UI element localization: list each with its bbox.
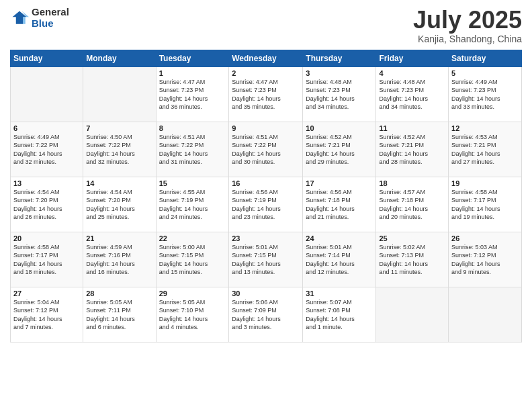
weekday-wednesday: Wednesday bbox=[229, 50, 303, 66]
calendar-cell bbox=[376, 287, 449, 342]
calendar-cell: 4Sunrise: 4:48 AMSunset: 7:23 PMDaylight… bbox=[376, 66, 449, 122]
day-number: 14 bbox=[86, 179, 152, 187]
calendar-cell: 31Sunrise: 5:07 AMSunset: 7:08 PMDayligh… bbox=[303, 287, 376, 342]
calendar-cell: 26Sunrise: 5:03 AMSunset: 7:12 PMDayligh… bbox=[449, 232, 522, 287]
weekday-sunday: Sunday bbox=[11, 50, 83, 66]
day-number: 5 bbox=[451, 69, 519, 77]
cell-content: Sunrise: 4:50 AMSunset: 7:22 PMDaylight:… bbox=[86, 133, 152, 167]
logo: General Blue bbox=[10, 7, 69, 29]
cell-content: Sunrise: 5:04 AMSunset: 7:12 PMDaylight:… bbox=[13, 298, 80, 332]
cell-content: Sunrise: 4:58 AMSunset: 7:17 PMDaylight:… bbox=[451, 188, 519, 222]
calendar-cell bbox=[83, 66, 156, 122]
calendar-cell: 6Sunrise: 4:49 AMSunset: 7:22 PMDaylight… bbox=[11, 122, 83, 177]
calendar-cell: 29Sunrise: 5:05 AMSunset: 7:10 PMDayligh… bbox=[156, 287, 229, 342]
header: General Blue July 2025 Kanjia, Shandong,… bbox=[10, 7, 522, 44]
calendar-cell: 18Sunrise: 4:57 AMSunset: 7:18 PMDayligh… bbox=[376, 177, 449, 232]
week-row-1: 1Sunrise: 4:47 AMSunset: 7:23 PMDaylight… bbox=[11, 66, 522, 122]
cell-content: Sunrise: 5:03 AMSunset: 7:12 PMDaylight:… bbox=[451, 243, 519, 277]
calendar-header: SundayMondayTuesdayWednesdayThursdayFrid… bbox=[11, 50, 522, 66]
month-title: July 2025 bbox=[413, 7, 522, 34]
day-number: 12 bbox=[451, 124, 519, 132]
calendar-cell: 1Sunrise: 4:47 AMSunset: 7:23 PMDaylight… bbox=[156, 66, 229, 122]
calendar-cell: 22Sunrise: 5:00 AMSunset: 7:15 PMDayligh… bbox=[156, 232, 229, 287]
calendar-cell: 8Sunrise: 4:51 AMSunset: 7:22 PMDaylight… bbox=[156, 122, 229, 177]
day-number: 6 bbox=[13, 124, 80, 132]
day-number: 20 bbox=[13, 234, 80, 242]
cell-content: Sunrise: 4:47 AMSunset: 7:23 PMDaylight:… bbox=[232, 78, 300, 111]
day-number: 23 bbox=[232, 234, 300, 242]
title-block: July 2025 Kanjia, Shandong, China bbox=[413, 7, 522, 44]
cell-content: Sunrise: 5:00 AMSunset: 7:15 PMDaylight:… bbox=[159, 243, 226, 277]
day-number: 8 bbox=[159, 124, 226, 132]
calendar-cell: 28Sunrise: 5:05 AMSunset: 7:11 PMDayligh… bbox=[83, 287, 156, 342]
cell-content: Sunrise: 4:54 AMSunset: 7:20 PMDaylight:… bbox=[86, 188, 152, 222]
day-number: 3 bbox=[306, 69, 373, 77]
week-row-4: 20Sunrise: 4:58 AMSunset: 7:17 PMDayligh… bbox=[11, 232, 522, 287]
calendar-cell: 19Sunrise: 4:58 AMSunset: 7:17 PMDayligh… bbox=[449, 177, 522, 232]
calendar-body: 1Sunrise: 4:47 AMSunset: 7:23 PMDaylight… bbox=[11, 66, 522, 342]
day-number: 4 bbox=[379, 69, 445, 77]
cell-content: Sunrise: 4:55 AMSunset: 7:19 PMDaylight:… bbox=[159, 188, 226, 222]
calendar-cell: 17Sunrise: 4:56 AMSunset: 7:18 PMDayligh… bbox=[303, 177, 376, 232]
page: General Blue July 2025 Kanjia, Shandong,… bbox=[0, 0, 532, 411]
day-number: 27 bbox=[13, 289, 80, 298]
day-number: 15 bbox=[159, 179, 226, 187]
calendar-cell: 21Sunrise: 4:59 AMSunset: 7:16 PMDayligh… bbox=[83, 232, 156, 287]
cell-content: Sunrise: 4:49 AMSunset: 7:22 PMDaylight:… bbox=[13, 133, 80, 167]
calendar-cell: 27Sunrise: 5:04 AMSunset: 7:12 PMDayligh… bbox=[11, 287, 83, 342]
calendar-cell: 16Sunrise: 4:56 AMSunset: 7:19 PMDayligh… bbox=[229, 177, 303, 232]
day-number: 19 bbox=[451, 179, 519, 187]
cell-content: Sunrise: 5:05 AMSunset: 7:11 PMDaylight:… bbox=[86, 298, 152, 332]
calendar-cell: 10Sunrise: 4:52 AMSunset: 7:21 PMDayligh… bbox=[303, 122, 376, 177]
calendar-cell bbox=[11, 66, 83, 122]
calendar-cell: 30Sunrise: 5:06 AMSunset: 7:09 PMDayligh… bbox=[229, 287, 303, 342]
day-number: 13 bbox=[13, 179, 80, 187]
day-number: 25 bbox=[379, 234, 445, 242]
day-number: 21 bbox=[86, 234, 152, 242]
logo-icon bbox=[10, 9, 29, 28]
weekday-thursday: Thursday bbox=[303, 50, 376, 66]
day-number: 24 bbox=[306, 234, 373, 242]
day-number: 22 bbox=[159, 234, 226, 242]
weekday-friday: Friday bbox=[376, 50, 449, 66]
logo-blue: Blue bbox=[32, 18, 69, 30]
cell-content: Sunrise: 5:01 AMSunset: 7:14 PMDaylight:… bbox=[306, 243, 373, 277]
day-number: 2 bbox=[232, 69, 300, 77]
cell-content: Sunrise: 4:53 AMSunset: 7:21 PMDaylight:… bbox=[451, 133, 519, 167]
day-number: 16 bbox=[232, 179, 300, 187]
cell-content: Sunrise: 4:56 AMSunset: 7:19 PMDaylight:… bbox=[232, 188, 300, 222]
week-row-3: 13Sunrise: 4:54 AMSunset: 7:20 PMDayligh… bbox=[11, 177, 522, 232]
day-number: 9 bbox=[232, 124, 300, 132]
day-number: 18 bbox=[379, 179, 445, 187]
calendar-cell: 23Sunrise: 5:01 AMSunset: 7:15 PMDayligh… bbox=[229, 232, 303, 287]
calendar-cell: 20Sunrise: 4:58 AMSunset: 7:17 PMDayligh… bbox=[11, 232, 83, 287]
cell-content: Sunrise: 4:52 AMSunset: 7:21 PMDaylight:… bbox=[379, 133, 445, 167]
logo-text: General Blue bbox=[32, 7, 69, 29]
cell-content: Sunrise: 5:06 AMSunset: 7:09 PMDaylight:… bbox=[232, 298, 300, 332]
cell-content: Sunrise: 4:52 AMSunset: 7:21 PMDaylight:… bbox=[306, 133, 373, 167]
day-number: 1 bbox=[159, 69, 226, 77]
logo-general: General bbox=[32, 7, 69, 18]
cell-content: Sunrise: 4:48 AMSunset: 7:23 PMDaylight:… bbox=[379, 78, 445, 111]
calendar-cell: 13Sunrise: 4:54 AMSunset: 7:20 PMDayligh… bbox=[11, 177, 83, 232]
cell-content: Sunrise: 5:05 AMSunset: 7:10 PMDaylight:… bbox=[159, 298, 226, 332]
calendar-table: SundayMondayTuesdayWednesdayThursdayFrid… bbox=[10, 50, 522, 342]
cell-content: Sunrise: 4:47 AMSunset: 7:23 PMDaylight:… bbox=[159, 78, 226, 111]
cell-content: Sunrise: 4:51 AMSunset: 7:22 PMDaylight:… bbox=[232, 133, 300, 167]
calendar-cell: 24Sunrise: 5:01 AMSunset: 7:14 PMDayligh… bbox=[303, 232, 376, 287]
day-number: 30 bbox=[232, 289, 300, 298]
cell-content: Sunrise: 5:07 AMSunset: 7:08 PMDaylight:… bbox=[306, 298, 373, 332]
calendar-cell bbox=[449, 287, 522, 342]
day-number: 26 bbox=[451, 234, 519, 242]
calendar-cell: 9Sunrise: 4:51 AMSunset: 7:22 PMDaylight… bbox=[229, 122, 303, 177]
cell-content: Sunrise: 4:54 AMSunset: 7:20 PMDaylight:… bbox=[13, 188, 80, 222]
location: Kanjia, Shandong, China bbox=[413, 34, 522, 44]
calendar-cell: 25Sunrise: 5:02 AMSunset: 7:13 PMDayligh… bbox=[376, 232, 449, 287]
cell-content: Sunrise: 4:51 AMSunset: 7:22 PMDaylight:… bbox=[159, 133, 226, 167]
week-row-2: 6Sunrise: 4:49 AMSunset: 7:22 PMDaylight… bbox=[11, 122, 522, 177]
week-row-5: 27Sunrise: 5:04 AMSunset: 7:12 PMDayligh… bbox=[11, 287, 522, 342]
weekday-monday: Monday bbox=[83, 50, 156, 66]
calendar-cell: 15Sunrise: 4:55 AMSunset: 7:19 PMDayligh… bbox=[156, 177, 229, 232]
day-number: 10 bbox=[306, 124, 373, 132]
day-number: 17 bbox=[306, 179, 373, 187]
